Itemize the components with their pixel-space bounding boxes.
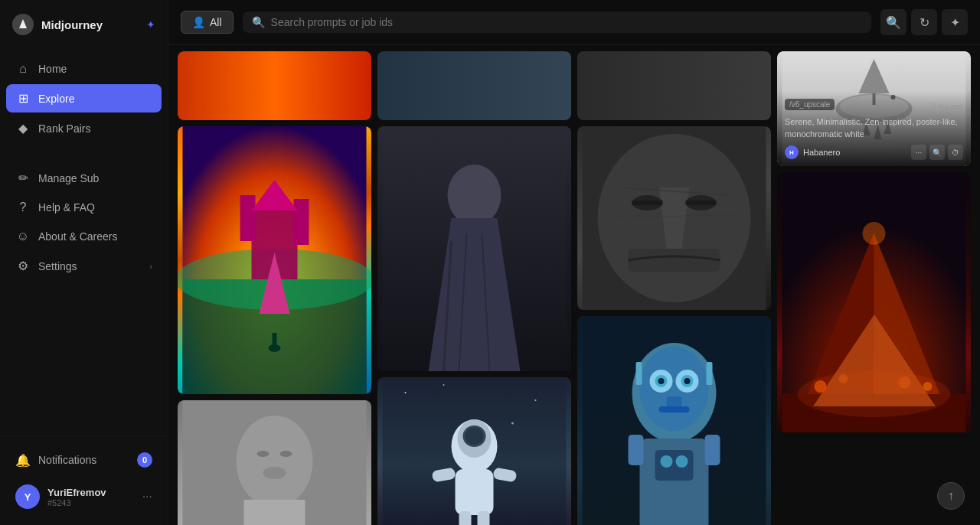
gallery-item-astronaut[interactable]: [377, 377, 571, 525]
app-name: Midjourney: [41, 18, 103, 31]
svg-point-83: [839, 374, 848, 383]
refresh-button[interactable]: ↻: [911, 9, 937, 35]
svg-rect-33: [459, 511, 472, 525]
overlay-actions: ··· 🔍 ⏱: [911, 145, 963, 160]
topbar-actions: 🔍 ↻ ✦: [880, 9, 968, 35]
search-button[interactable]: 🔍: [880, 9, 906, 35]
gallery-item[interactable]: [577, 51, 771, 120]
svg-point-84: [899, 377, 911, 389]
main-content: 👤 All 🔍 🔍 ↻ ✦: [168, 0, 980, 525]
svg-rect-5: [294, 199, 309, 245]
svg-point-52: [658, 378, 665, 384]
svg-point-61: [676, 455, 688, 468]
svg-point-29: [466, 428, 484, 445]
user-more-icon[interactable]: ···: [142, 490, 152, 504]
sidebar-item-label: Settings: [38, 260, 77, 272]
search-bar-icon: 🔍: [252, 16, 265, 28]
sidebar-item-label: About & Careers: [38, 230, 118, 243]
sidebar-item-explore[interactable]: ⊞ Explore: [6, 84, 162, 112]
sparkle-button[interactable]: ✦: [942, 9, 968, 35]
scroll-up-icon: ↑: [948, 489, 954, 503]
overlay-search-button[interactable]: 🔍: [929, 145, 945, 160]
gallery-item[interactable]: [377, 51, 571, 120]
sidebar: Midjourney ✦ ⌂ Home ⊞ Explore ◆ Rank Pai…: [0, 0, 168, 525]
gallery: /v6_upscale 3 hrs ago Serene, Minimalist…: [168, 45, 980, 525]
masonry-grid: /v6_upscale 3 hrs ago Serene, Minimalist…: [178, 51, 971, 525]
svg-rect-8: [273, 333, 277, 348]
user-area[interactable]: Y YuriEfremov #5243 ···: [6, 478, 162, 516]
svg-point-13: [263, 467, 286, 479]
svg-rect-44: [686, 201, 717, 205]
gallery-item-overlay: /v6_upscale 3 hrs ago Serene, Minimalist…: [777, 91, 971, 166]
svg-point-10: [237, 416, 313, 507]
refresh-icon: ↻: [920, 15, 929, 30]
home-icon: ⌂: [15, 62, 31, 76]
svg-point-22: [405, 392, 407, 393]
sidebar-item-home[interactable]: ⌂ Home: [6, 55, 162, 83]
svg-point-80: [863, 222, 886, 245]
svg-point-24: [535, 399, 537, 401]
gallery-item-pyramid[interactable]: [777, 172, 971, 432]
sidebar-item-label: Manage Sub: [38, 172, 99, 184]
avatar-letter: Y: [24, 491, 31, 503]
sidebar-item-manage-sub[interactable]: ✏ Manage Sub: [6, 164, 162, 192]
sidebar-item-help-faq[interactable]: ? Help & FAQ: [6, 194, 162, 221]
svg-point-16: [448, 165, 501, 226]
svg-rect-38: [629, 249, 720, 272]
svg-rect-65: [629, 435, 644, 465]
svg-point-23: [443, 384, 445, 386]
overlay-user-avatar: H: [785, 145, 799, 159]
overlay-time: 3 hrs ago: [931, 103, 963, 111]
gallery-item-robot[interactable]: [577, 316, 771, 525]
gallery-item[interactable]: [178, 51, 371, 120]
svg-rect-14: [244, 500, 305, 525]
gallery-column-3: [577, 51, 771, 525]
search-icon: 🔍: [886, 15, 901, 30]
user-id: #5243: [47, 498, 135, 507]
sidebar-item-about-careers[interactable]: ☺ About & Careers: [6, 223, 162, 250]
gallery-item-ghost[interactable]: [377, 126, 571, 371]
svg-point-60: [661, 455, 673, 468]
gallery-item-floating[interactable]: /v6_upscale 3 hrs ago Serene, Minimalist…: [777, 51, 971, 166]
sparkle-icon: ✦: [950, 15, 960, 30]
help-icon: ?: [15, 201, 31, 214]
svg-rect-59: [655, 450, 694, 481]
topbar: 👤 All 🔍 🔍 ↻ ✦: [168, 0, 980, 45]
search-bar: 🔍: [243, 11, 871, 33]
svg-rect-43: [632, 201, 663, 205]
notifications-item[interactable]: 🔔 Notifications 0: [6, 445, 162, 474]
gallery-column-4: /v6_upscale 3 hrs ago Serene, Minimalist…: [777, 51, 971, 432]
filter-all-button[interactable]: 👤 All: [181, 11, 234, 34]
overlay-description: Serene, Minimalistic, Zen-inspired, post…: [785, 116, 963, 140]
gallery-item-stone-face[interactable]: [577, 126, 771, 310]
manage-sub-icon: ✏: [15, 171, 31, 185]
sidebar-item-label: Home: [38, 63, 67, 75]
sidebar-bottom: 🔔 Notifications 0 Y YuriEfremov #5243 ··…: [0, 435, 168, 525]
gallery-item-statue[interactable]: [178, 400, 371, 525]
svg-rect-57: [707, 362, 713, 385]
logo-badge-icon: ✦: [146, 18, 155, 31]
search-input[interactable]: [271, 16, 862, 28]
svg-point-85: [923, 382, 933, 391]
overlay-footer: H Habanero ··· 🔍 ⏱: [785, 145, 963, 160]
gallery-item-castle[interactable]: [178, 126, 371, 394]
svg-rect-66: [705, 435, 720, 465]
overlay-bookmark-button[interactable]: ⏱: [948, 145, 963, 160]
sidebar-item-settings[interactable]: ⚙ Settings ›: [6, 252, 162, 280]
svg-rect-4: [240, 195, 256, 241]
sidebar-item-label: Rank Pairs: [38, 122, 90, 135]
svg-rect-55: [659, 406, 690, 412]
overlay-more-button[interactable]: ···: [911, 145, 926, 160]
notification-badge: 0: [137, 452, 152, 468]
user-name: YuriEfremov: [47, 487, 135, 498]
filter-label: All: [210, 16, 222, 28]
overlay-tag: /v6_upscale: [785, 99, 835, 110]
scroll-up-button[interactable]: ↑: [937, 482, 965, 510]
chevron-right-icon: ›: [149, 262, 152, 271]
svg-point-88: [798, 371, 951, 417]
sidebar-item-rank-pairs[interactable]: ◆ Rank Pairs: [6, 114, 162, 142]
about-icon: ☺: [15, 230, 31, 243]
gallery-column-2: [377, 51, 571, 525]
sidebar-item-label: Explore: [38, 93, 74, 105]
sidebar-logo[interactable]: Midjourney ✦: [0, 0, 168, 49]
